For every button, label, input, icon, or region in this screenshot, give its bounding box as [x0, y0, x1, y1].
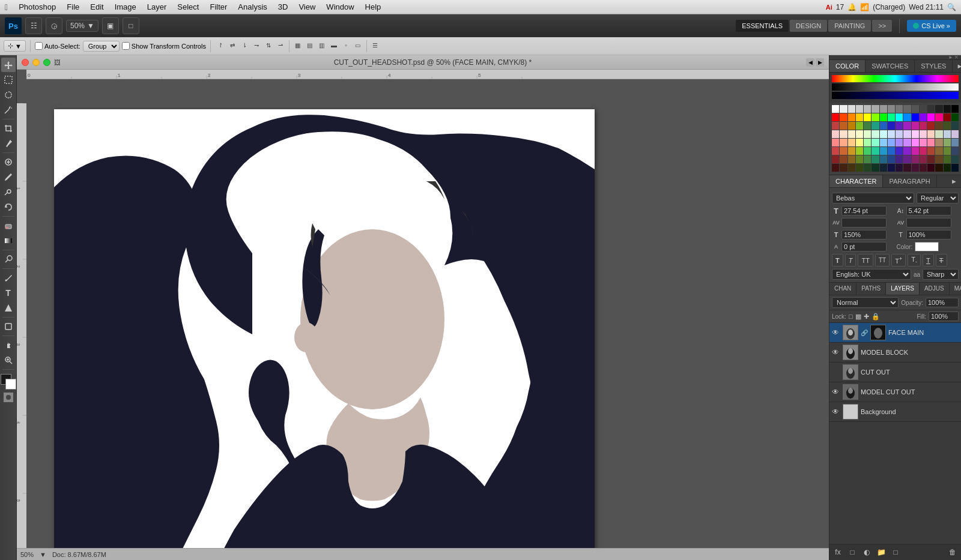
swatch[interactable]	[944, 139, 951, 146]
swatch[interactable]	[920, 147, 927, 155]
swatch[interactable]	[856, 164, 863, 172]
swatch[interactable]	[840, 164, 847, 172]
cs-live-btn[interactable]: CS Live »	[907, 20, 956, 32]
swatch[interactable]	[944, 164, 951, 172]
distribute-top[interactable]: ▦	[293, 40, 303, 51]
tool-shape[interactable]	[1, 319, 16, 334]
swatch[interactable]	[927, 130, 935, 138]
swatch[interactable]	[920, 155, 927, 163]
swatch[interactable]	[832, 164, 839, 172]
swatch[interactable]	[872, 130, 879, 138]
swatch[interactable]	[856, 113, 863, 121]
swatch[interactable]	[840, 105, 847, 113]
swatch[interactable]	[872, 147, 879, 155]
tool-text[interactable]: T	[1, 286, 16, 300]
swatch[interactable]	[920, 164, 927, 172]
swatch[interactable]	[848, 122, 855, 130]
tool-pen[interactable]	[1, 271, 16, 285]
swatch[interactable]	[912, 147, 919, 155]
menu-photoshop[interactable]: Photoshop	[14, 1, 61, 13]
swatch[interactable]	[872, 122, 879, 130]
swatch[interactable]	[832, 122, 839, 130]
tool-stamp[interactable]	[1, 185, 16, 199]
blend-mode-select[interactable]: Normal	[832, 297, 899, 308]
char-panel-menu[interactable]: ►	[947, 175, 961, 187]
swatch[interactable]	[903, 139, 911, 146]
swatch[interactable]	[927, 155, 935, 163]
swatch[interactable]	[903, 130, 911, 138]
tab-swatches[interactable]: SWATCHES	[866, 60, 915, 72]
layer-fx-btn[interactable]: fx	[832, 546, 844, 558]
maximize-btn[interactable]	[43, 59, 50, 66]
tool-eraser[interactable]	[1, 218, 16, 233]
menu-select[interactable]: Select	[172, 1, 204, 13]
menu-edit[interactable]: Edit	[85, 1, 108, 13]
swatch[interactable]	[880, 113, 887, 121]
swatch[interactable]	[903, 155, 911, 163]
tool-select-rect[interactable]	[1, 73, 16, 87]
swatch[interactable]	[888, 155, 895, 163]
style-superscript[interactable]: T+	[891, 254, 906, 266]
panel-close-btn[interactable]: ✕	[954, 55, 959, 60]
swatch[interactable]	[872, 155, 879, 163]
swatch[interactable]	[848, 147, 855, 155]
swatch[interactable]	[848, 164, 855, 172]
swatch[interactable]	[888, 147, 895, 155]
vertical-scale-input[interactable]	[841, 230, 887, 239]
swatch[interactable]	[864, 147, 871, 155]
swatch[interactable]	[927, 164, 935, 172]
layer-background[interactable]: 👁 Background	[829, 402, 961, 422]
swatch[interactable]	[935, 139, 942, 146]
layer-face-main[interactable]: 👁 🔗 FAC	[829, 323, 961, 343]
swatch[interactable]	[864, 164, 871, 172]
kerning-input[interactable]	[841, 218, 887, 227]
align-v-center[interactable]: ⇄	[227, 40, 238, 51]
layer-eye-background[interactable]: 👁	[832, 408, 840, 416]
tab-paragraph[interactable]: PARAGRAPH	[883, 175, 936, 187]
auto-select-dropdown[interactable]: Group	[83, 41, 120, 52]
menu-view[interactable]: View	[294, 1, 320, 13]
tab-styles[interactable]: STYLES	[915, 60, 953, 72]
spotlight-icon[interactable]: 🔍	[947, 3, 956, 11]
swatch[interactable]	[951, 147, 959, 155]
swatch[interactable]	[864, 130, 871, 138]
swatch[interactable]	[951, 130, 959, 138]
style-subscript[interactable]: T-	[908, 254, 921, 266]
swatch[interactable]	[935, 105, 942, 113]
swatch[interactable]	[872, 139, 879, 146]
font-size-input[interactable]	[841, 206, 887, 215]
swatch[interactable]	[935, 147, 942, 155]
swatch[interactable]	[896, 164, 903, 172]
swatch[interactable]	[864, 139, 871, 146]
tool-gradient[interactable]	[1, 233, 16, 248]
swatch[interactable]	[927, 147, 935, 155]
distribute-bottom[interactable]: ▥	[317, 40, 327, 51]
swatch[interactable]	[903, 164, 911, 172]
align-right[interactable]: ⇀	[275, 40, 286, 51]
swatch[interactable]	[856, 139, 863, 146]
swatch[interactable]	[912, 155, 919, 163]
style-underline[interactable]: T	[923, 254, 934, 266]
layer-eye-model-cut-out[interactable]: 👁	[832, 388, 840, 396]
swatch[interactable]	[944, 130, 951, 138]
swatch[interactable]	[896, 105, 903, 113]
menu-image[interactable]: Image	[110, 1, 141, 13]
swatch[interactable]	[903, 122, 911, 130]
swatch[interactable]	[832, 130, 839, 138]
ws-more[interactable]: >>	[872, 20, 892, 32]
swatch[interactable]	[848, 130, 855, 138]
swatch[interactable]	[888, 164, 895, 172]
swatch[interactable]	[927, 122, 935, 130]
tool-heal[interactable]	[1, 155, 16, 169]
ws-design[interactable]: DESIGN	[790, 20, 827, 32]
canvas-viewport[interactable]	[36, 103, 829, 560]
tool-history-brush[interactable]	[1, 200, 16, 214]
layer-eye-model-block[interactable]: 👁	[832, 348, 840, 357]
auto-align[interactable]: ☰	[370, 40, 381, 51]
swatch[interactable]	[896, 155, 903, 163]
tab-channels[interactable]: CHAN	[829, 283, 856, 295]
swatch[interactable]	[888, 139, 895, 146]
tracking-input[interactable]	[906, 218, 951, 227]
screen-mode-btn[interactable]: ▣	[102, 17, 119, 34]
swatch[interactable]	[903, 113, 911, 121]
